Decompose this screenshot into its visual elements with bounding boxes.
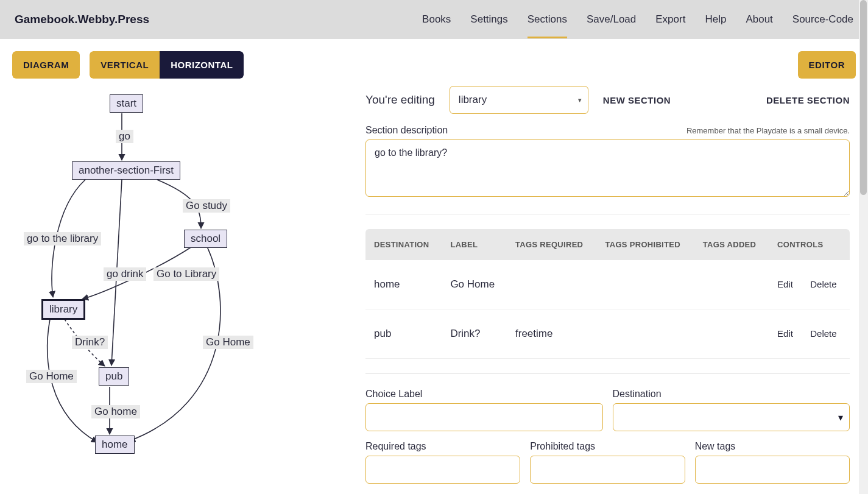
scrollbar-thumb[interactable]: [860, 0, 867, 195]
nav-saveload[interactable]: Save/Load: [587, 1, 636, 38]
topbar: Gamebook.Webby.Press Books Settings Sect…: [0, 0, 868, 39]
section-select[interactable]: library ▾: [450, 86, 588, 114]
main-nav: Books Settings Sections Save/Load Export…: [422, 1, 853, 38]
choices-table: DESTINATION LABEL TAGS REQUIRED TAGS PRO…: [365, 229, 850, 359]
node-another-section-first[interactable]: another-section-First: [72, 161, 180, 180]
edit-link[interactable]: Edit: [777, 279, 793, 289]
delete-link[interactable]: Delete: [810, 279, 836, 289]
choice-label-input[interactable]: [365, 403, 603, 431]
cell-label: Drink?: [442, 309, 507, 359]
destination-label: Destination: [613, 389, 850, 400]
cell-destination: home: [365, 260, 442, 309]
prohibited-tags-input[interactable]: [530, 456, 685, 484]
edit-pane: You're editing library ▾ NEW SECTION DEL…: [365, 86, 856, 484]
chevron-down-icon: ▾: [578, 96, 582, 104]
choice-label-label: Choice Label: [365, 389, 603, 400]
diagram-button-group: DIAGRAM: [12, 51, 80, 79]
edge-label-go: go: [116, 130, 133, 143]
divider: [365, 214, 850, 214]
diagram-svg: [12, 86, 353, 476]
edge-label-go-study: Go study: [183, 199, 230, 213]
delete-section-button[interactable]: DELETE SECTION: [766, 95, 850, 105]
description-label: Section description: [365, 125, 448, 136]
orientation-segment: VERTICAL HORIZONTAL: [90, 51, 244, 79]
destination-select[interactable]: ▾: [613, 403, 850, 431]
edge-label-go-home-left: Go Home: [26, 370, 77, 383]
description-textarea[interactable]: [365, 139, 850, 197]
new-section-button[interactable]: NEW SECTION: [603, 95, 671, 105]
nav-export[interactable]: Export: [655, 1, 685, 38]
required-tags-label: Required tags: [365, 441, 520, 452]
vertical-button[interactable]: VERTICAL: [90, 51, 160, 79]
th-label: LABEL: [442, 229, 507, 260]
cell-tags-required: [507, 260, 596, 309]
nav-settings[interactable]: Settings: [470, 1, 507, 38]
chevron-down-icon: ▾: [838, 412, 843, 423]
edge-label-go-home-pub: Go home: [91, 405, 140, 418]
edge-label-go-drink: go drink: [104, 267, 146, 281]
new-tags-label: New tags: [695, 441, 850, 452]
nav-books[interactable]: Books: [422, 1, 451, 38]
th-tags-required: TAGS REQUIRED: [507, 229, 596, 260]
node-start[interactable]: start: [110, 94, 143, 113]
node-home[interactable]: home: [95, 436, 135, 454]
page-scrollbar[interactable]: [859, 0, 868, 494]
node-school[interactable]: school: [184, 230, 227, 248]
th-controls: CONTROLS: [769, 229, 850, 260]
cell-destination: pub: [365, 309, 442, 359]
cell-tags-added: [694, 309, 769, 359]
nav-help[interactable]: Help: [705, 1, 726, 38]
cell-label: Go Home: [442, 260, 507, 309]
horizontal-button[interactable]: HORIZONTAL: [160, 51, 244, 79]
delete-link[interactable]: Delete: [810, 328, 836, 339]
diagram-button[interactable]: DIAGRAM: [12, 51, 80, 79]
required-tags-input[interactable]: [365, 456, 520, 484]
editor-button[interactable]: EDITOR: [798, 51, 856, 79]
th-destination: DESTINATION: [365, 229, 442, 260]
new-tags-input[interactable]: [695, 456, 850, 484]
brand-title: Gamebook.Webby.Press: [15, 13, 149, 26]
edit-link[interactable]: Edit: [777, 328, 793, 339]
node-library[interactable]: library: [41, 299, 85, 320]
nav-about[interactable]: About: [746, 1, 772, 38]
edge-label-go-to-library-2: Go to Library: [153, 267, 219, 281]
th-tags-prohibited: TAGS PROHIBITED: [596, 229, 694, 260]
th-tags-added: TAGS ADDED: [694, 229, 769, 260]
table-row: pub Drink? freetime Edit Delete: [365, 309, 850, 359]
cell-tags-added: [694, 260, 769, 309]
description-hint: Remember that the Playdate is a small de…: [686, 126, 850, 135]
nav-source[interactable]: Source-Code: [792, 1, 853, 38]
editing-label: You're editing: [365, 93, 435, 107]
view-toolbar: DIAGRAM VERTICAL HORIZONTAL EDITOR: [0, 39, 868, 79]
prohibited-tags-label: Prohibited tags: [530, 441, 685, 452]
nav-sections[interactable]: Sections: [528, 1, 567, 38]
cell-tags-prohibited: [596, 260, 694, 309]
edge-label-go-to-library: go to the library: [24, 232, 101, 245]
diagram-pane: start go another-section-First Go study …: [12, 86, 353, 484]
cell-tags-required: freetime: [507, 309, 596, 359]
table-row: home Go Home Edit Delete: [365, 260, 850, 309]
cell-tags-prohibited: [596, 309, 694, 359]
section-select-value: library: [459, 94, 487, 106]
node-pub[interactable]: pub: [99, 367, 129, 386]
divider: [365, 373, 850, 374]
edge-label-go-home-right: Go Home: [203, 336, 253, 349]
edge-label-drink: Drink?: [72, 336, 108, 349]
